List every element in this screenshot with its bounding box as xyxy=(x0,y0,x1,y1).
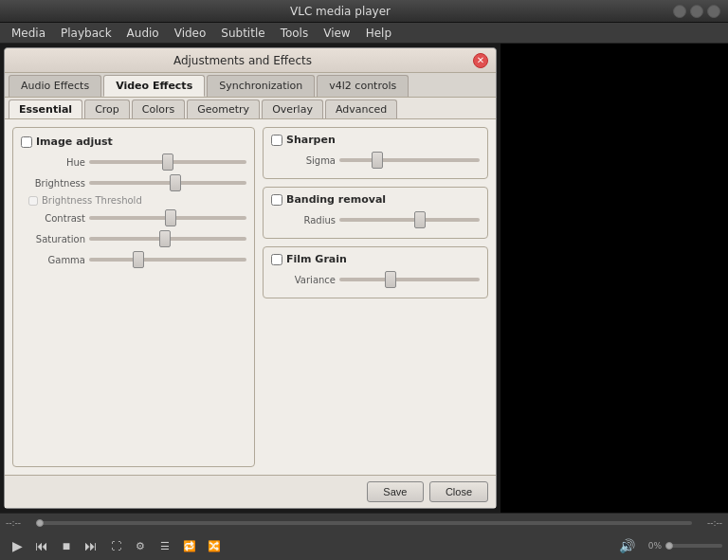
play-button[interactable]: ▶ xyxy=(6,535,28,556)
gamma-slider-container xyxy=(89,251,246,268)
saturation-label: Saturation xyxy=(21,234,85,244)
radius-row: Radius xyxy=(271,211,480,228)
tab-row-2: Essential Crop Colors Geometry Overlay A… xyxy=(5,98,496,119)
close-button[interactable] xyxy=(707,5,720,18)
menu-media[interactable]: Media xyxy=(4,25,53,42)
playlist-button[interactable]: ☰ xyxy=(154,535,176,556)
contrast-slider[interactable] xyxy=(89,216,246,220)
sigma-slider[interactable] xyxy=(339,158,480,162)
volume-slider[interactable] xyxy=(665,544,722,548)
volume-area: 🔊 0% xyxy=(619,538,722,553)
variance-slider-container xyxy=(339,271,480,288)
brightness-threshold-row: Brightness Threshold xyxy=(28,195,246,206)
menu-video[interactable]: Video xyxy=(167,25,214,42)
stop-button[interactable]: ■ xyxy=(55,535,78,556)
hue-row: Hue xyxy=(21,154,246,171)
brightness-row: Brightness xyxy=(21,174,246,191)
right-column: Sharpen Sigma Banding removal xyxy=(263,127,488,467)
saturation-row: Saturation xyxy=(21,230,246,247)
image-adjust-checkbox[interactable] xyxy=(21,136,32,148)
fullscreen-button[interactable]: ⛶ xyxy=(104,535,127,556)
brightness-threshold-label: Brightness Threshold xyxy=(42,195,142,206)
time-elapsed: --:-- xyxy=(6,518,32,528)
gamma-label: Gamma xyxy=(21,255,85,265)
gamma-slider[interactable] xyxy=(89,258,246,262)
video-area xyxy=(500,44,728,513)
controls-row: ▶ ⏮ ■ ⏭ ⛶ ⚙ ☰ 🔁 🔀 🔊 0% xyxy=(0,533,728,560)
extended-settings-button[interactable]: ⚙ xyxy=(129,535,152,556)
banding-label: Banding removal xyxy=(286,193,386,206)
film-grain-section: Film Grain Variance xyxy=(263,246,488,298)
radius-slider[interactable] xyxy=(339,218,480,222)
menu-tools[interactable]: Tools xyxy=(273,25,317,42)
title-bar: VLC media player xyxy=(0,0,728,23)
contrast-row: Contrast xyxy=(21,209,246,226)
hue-label: Hue xyxy=(21,157,85,168)
dialog-footer: Save Close xyxy=(5,475,496,508)
tab-overlay[interactable]: Overlay xyxy=(262,99,323,118)
menu-help[interactable]: Help xyxy=(358,25,399,42)
menu-audio[interactable]: Audio xyxy=(119,25,167,42)
transport-bar: --:-- --:-- ▶ ⏮ ■ ⏭ ⛶ ⚙ ☰ 🔁 🔀 🔊 0% xyxy=(0,513,728,560)
menu-bar: Media Playback Audio Video Subtitle Tool… xyxy=(0,23,728,44)
maximize-button[interactable] xyxy=(690,5,703,18)
dialog-close-button[interactable]: ✕ xyxy=(473,53,488,68)
menu-subtitle[interactable]: Subtitle xyxy=(213,25,272,42)
tab-geometry[interactable]: Geometry xyxy=(187,99,260,118)
brightness-slider[interactable] xyxy=(89,181,246,185)
tab-colors[interactable]: Colors xyxy=(132,99,185,118)
random-button[interactable]: 🔀 xyxy=(203,535,226,556)
banding-checkbox[interactable] xyxy=(271,194,282,206)
variance-label: Variance xyxy=(271,275,336,285)
dialog-header: Adjustments and Effects ✕ xyxy=(5,48,496,73)
banding-section: Banding removal Radius xyxy=(263,187,488,239)
main-layout: Adjustments and Effects ✕ Audio Effects … xyxy=(0,44,728,513)
skip-forward-button[interactable]: ⏭ xyxy=(80,535,102,556)
time-remaining: --:-- xyxy=(696,518,722,528)
saturation-slider-container xyxy=(89,230,246,247)
film-grain-checkbox[interactable] xyxy=(271,254,282,265)
tab-essential[interactable]: Essential xyxy=(9,99,82,118)
sharpen-label: Sharpen xyxy=(286,134,336,146)
save-button[interactable]: Save xyxy=(367,481,424,502)
dialog-panel: Adjustments and Effects ✕ Audio Effects … xyxy=(4,47,497,509)
film-grain-header: Film Grain xyxy=(271,253,480,265)
volume-icon: 🔊 xyxy=(619,538,635,553)
tab-synchronization[interactable]: Synchronization xyxy=(207,75,315,97)
close-button[interactable]: Close xyxy=(429,481,488,502)
hue-slider[interactable] xyxy=(89,160,246,164)
film-grain-label: Film Grain xyxy=(286,253,347,265)
banding-header: Banding removal xyxy=(271,193,480,206)
tab-v4l2-controls[interactable]: v4l2 controls xyxy=(317,75,409,97)
sigma-label: Sigma xyxy=(271,155,336,166)
menu-playback[interactable]: Playback xyxy=(53,25,119,42)
image-adjust-header: Image adjust xyxy=(21,135,246,148)
tab-video-effects[interactable]: Video Effects xyxy=(103,75,205,97)
sigma-slider-container xyxy=(339,152,480,169)
menu-view[interactable]: View xyxy=(316,25,357,42)
sharpen-checkbox[interactable] xyxy=(271,135,282,146)
brightness-slider-container xyxy=(89,174,246,191)
volume-percent: 0% xyxy=(639,541,662,551)
seek-row: --:-- --:-- xyxy=(0,514,728,533)
radius-label: Radius xyxy=(271,215,336,226)
loop-button[interactable]: 🔁 xyxy=(178,535,201,556)
image-adjust-label: Image adjust xyxy=(36,135,113,148)
gamma-row: Gamma xyxy=(21,251,246,268)
contrast-label: Contrast xyxy=(21,213,85,224)
left-column: Image adjust Hue Brightness Brig xyxy=(12,127,255,467)
variance-slider[interactable] xyxy=(339,278,480,281)
content-area: Image adjust Hue Brightness Brig xyxy=(5,119,496,475)
tab-crop[interactable]: Crop xyxy=(84,99,130,118)
sigma-row: Sigma xyxy=(271,152,480,169)
saturation-slider[interactable] xyxy=(89,237,246,241)
window-title: VLC media player xyxy=(8,5,673,18)
sharpen-section: Sharpen Sigma xyxy=(263,127,488,179)
brightness-threshold-checkbox[interactable] xyxy=(28,196,38,206)
tab-advanced[interactable]: Advanced xyxy=(325,99,397,118)
seek-slider[interactable] xyxy=(36,521,692,525)
minimize-button[interactable] xyxy=(673,5,686,18)
brightness-label: Brightness xyxy=(21,178,85,189)
skip-back-button[interactable]: ⏮ xyxy=(30,535,53,556)
tab-audio-effects[interactable]: Audio Effects xyxy=(9,75,101,97)
